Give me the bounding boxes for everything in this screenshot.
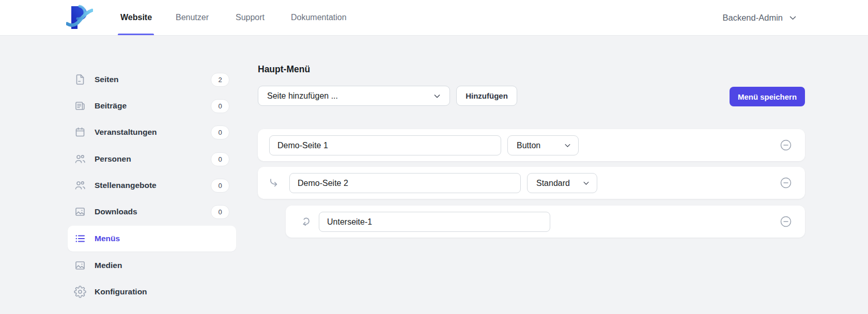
sidebar-item-label: Menüs <box>95 234 120 243</box>
sidebar-item-medien[interactable]: Medien <box>68 253 236 278</box>
logo-p-icon <box>66 5 93 30</box>
nav-item-label: Support <box>236 13 265 22</box>
add-page-select[interactable]: Seite hinzufügen ... <box>258 86 450 106</box>
sidebar-item-beitraege[interactable]: Beiträge 0 <box>68 93 236 119</box>
sidebar-item-label: Stellenangebote <box>95 181 157 190</box>
sidebar-item-label: Personen <box>95 154 131 164</box>
sidebar-item-label: Seiten <box>95 75 119 84</box>
count-badge: 2 <box>211 73 229 87</box>
menu-item-type-select[interactable]: Button <box>507 135 579 155</box>
page-title: Haupt-Menü <box>258 64 310 75</box>
users-icon <box>74 179 86 192</box>
count-badge: 0 <box>211 179 229 193</box>
add-button[interactable]: Hinzufügen <box>456 86 517 106</box>
gear-icon <box>74 286 86 298</box>
menu-item-name-input[interactable] <box>269 135 501 155</box>
nav-item-label: Benutzer <box>176 13 209 22</box>
user-account-menu[interactable]: Backend-Admin <box>723 0 797 35</box>
count-badge: 0 <box>211 205 229 219</box>
article-icon <box>74 100 86 112</box>
menu-item-type-select[interactable]: Standard <box>527 173 597 193</box>
menu-item-name-input[interactable] <box>289 173 521 193</box>
count-badge: 0 <box>211 125 229 139</box>
count-badge: 0 <box>211 152 229 166</box>
nav-item-benutzer[interactable]: Benutzer <box>176 0 209 35</box>
sidebar-item-label: Medien <box>95 261 122 270</box>
nav-item-label: Dokumentation <box>291 13 347 22</box>
chevron-down-icon <box>433 92 441 100</box>
nav-item-support[interactable]: Support <box>236 0 265 35</box>
sidebar-item-label: Beiträge <box>95 101 127 111</box>
chevron-down-icon <box>788 13 797 22</box>
image-icon <box>74 206 86 218</box>
nav-item-website[interactable]: Website <box>120 0 152 35</box>
nav-item-dokumentation[interactable]: Dokumentation <box>291 0 347 35</box>
remove-item-icon[interactable] <box>780 139 792 151</box>
select-value: Seite hinzufügen ... <box>267 91 338 101</box>
count-badge: 0 <box>211 99 229 113</box>
sidebar-item-label: Downloads <box>95 207 137 216</box>
remove-item-icon[interactable] <box>780 177 792 189</box>
sidebar-item-seiten[interactable]: Seiten 2 <box>68 67 236 92</box>
calendar-icon <box>74 126 86 138</box>
menu-item-row: Button <box>258 129 805 161</box>
sidebar-item-stellenangebote[interactable]: Stellenangebote 0 <box>68 172 236 198</box>
menu-item-row <box>286 206 805 238</box>
sidebar-item-label: Veranstaltungen <box>95 128 157 137</box>
select-value: Button <box>517 141 540 150</box>
sidebar-item-veranstaltungen[interactable]: Veranstaltungen 0 <box>68 119 236 145</box>
remove-item-icon[interactable] <box>780 215 792 228</box>
top-navbar: Website Benutzer Support Dokumentation B… <box>0 0 868 36</box>
select-value: Standard <box>536 179 570 188</box>
user-menu-label: Backend-Admin <box>723 13 783 23</box>
sidebar-item-personen[interactable]: Personen 0 <box>68 146 236 172</box>
child-arrow-icon <box>268 177 280 189</box>
menu-item-name-input[interactable] <box>319 212 550 232</box>
app-root: Website Benutzer Support Dokumentation B… <box>0 0 868 314</box>
sidebar-item-menues[interactable]: Menüs <box>68 226 236 252</box>
users-icon <box>74 153 86 165</box>
active-tab-underline <box>118 34 154 35</box>
sidebar-item-downloads[interactable]: Downloads 0 <box>68 199 236 225</box>
nav-item-label: Website <box>120 13 152 22</box>
brand-logo[interactable] <box>66 5 93 30</box>
document-icon <box>74 73 86 86</box>
menu-item-row: Standard <box>258 167 805 199</box>
sidebar-item-label: Konfiguration <box>95 287 147 296</box>
chevron-down-icon <box>582 179 590 187</box>
save-menu-button[interactable]: Menü speichern <box>730 87 805 106</box>
child-arrow-icon <box>300 216 312 227</box>
image-icon <box>74 259 86 272</box>
sidebar-item-konfiguration[interactable]: Konfiguration <box>68 279 236 305</box>
list-icon <box>74 232 86 245</box>
chevron-down-icon <box>564 142 571 149</box>
